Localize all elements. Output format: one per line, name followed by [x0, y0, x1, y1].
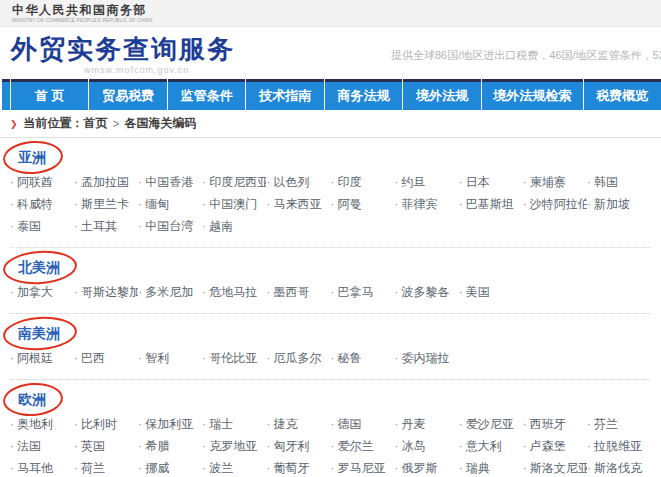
- country-link[interactable]: ·希腊: [138, 436, 202, 457]
- country-link[interactable]: ·斯洛伐克: [587, 458, 651, 477]
- country-label: 挪威: [145, 461, 169, 475]
- country-link[interactable]: ·菲律宾: [395, 194, 459, 215]
- country-label: 法国: [17, 439, 41, 453]
- country-link[interactable]: ·土耳其: [74, 216, 138, 237]
- country-link[interactable]: ·马耳他: [10, 458, 74, 477]
- country-link[interactable]: ·波多黎各: [395, 282, 459, 303]
- bullet-dot-icon: ·: [10, 439, 14, 453]
- country-link[interactable]: ·阿曼: [330, 194, 394, 215]
- nav-tab-8[interactable]: 税费概览: [584, 79, 661, 110]
- bullet-dot-icon: ·: [10, 175, 14, 189]
- country-link[interactable]: ·缅甸: [138, 194, 202, 215]
- country-label: 阿曼: [337, 197, 361, 211]
- country-link[interactable]: ·巴基斯坦: [459, 194, 523, 215]
- country-link[interactable]: ·芬兰: [587, 414, 651, 435]
- country-link[interactable]: ·中国香港: [138, 172, 202, 193]
- country-link[interactable]: ·墨西哥: [266, 282, 330, 303]
- country-label: 中国香港: [145, 175, 193, 189]
- country-link[interactable]: ·爱沙尼亚: [459, 414, 523, 435]
- country-link[interactable]: ·约旦: [395, 172, 459, 193]
- nav-tab-5[interactable]: 商务法规: [325, 79, 402, 110]
- country-link[interactable]: ·泰国: [10, 216, 74, 237]
- country-link[interactable]: ·法国: [10, 436, 74, 457]
- bullet-dot-icon: ·: [74, 417, 78, 431]
- country-link[interactable]: ·危地马拉: [202, 282, 266, 303]
- country-label: 芬兰: [594, 417, 618, 431]
- country-link[interactable]: ·柬埔寨: [523, 172, 587, 193]
- country-link[interactable]: ·拉脱维亚: [587, 436, 651, 457]
- country-link[interactable]: ·克罗地亚: [202, 436, 266, 457]
- country-link[interactable]: ·印度尼西亚: [202, 172, 266, 193]
- country-link[interactable]: ·加拿大: [10, 282, 74, 303]
- country-link[interactable]: ·爱尔兰: [330, 436, 394, 457]
- bullet-dot-icon: ·: [266, 417, 270, 431]
- country-link[interactable]: ·阿联酋: [10, 172, 74, 193]
- country-link[interactable]: ·丹麦: [395, 414, 459, 435]
- country-link[interactable]: ·德国: [330, 414, 394, 435]
- nav-tab-2[interactable]: 贸易税费: [89, 79, 166, 110]
- country-link[interactable]: ·越南: [202, 216, 266, 237]
- country-link[interactable]: ·匈牙利: [266, 436, 330, 457]
- bullet-dot-icon: ·: [202, 417, 206, 431]
- country-link[interactable]: ·中国台湾: [138, 216, 202, 237]
- country-link[interactable]: ·俄罗斯: [395, 458, 459, 477]
- country-link[interactable]: ·多米尼加: [138, 282, 202, 303]
- country-link[interactable]: ·印度: [330, 172, 394, 193]
- country-link[interactable]: ·秘鲁: [330, 348, 394, 369]
- country-link[interactable]: ·孟加拉国: [74, 172, 138, 193]
- country-link[interactable]: ·斯里兰卡: [74, 194, 138, 215]
- nav-tab-3[interactable]: 监管条件: [168, 79, 245, 110]
- country-link[interactable]: ·中国澳门: [202, 194, 266, 215]
- country-link[interactable]: ·日本: [459, 172, 523, 193]
- country-link[interactable]: ·新加坡: [587, 194, 651, 215]
- country-link[interactable]: ·科威特: [10, 194, 74, 215]
- section-title[interactable]: 北美洲: [18, 259, 60, 275]
- country-link[interactable]: ·阿根廷: [10, 348, 74, 369]
- country-link[interactable]: ·韩国: [587, 172, 651, 193]
- country-link[interactable]: ·葡萄牙: [266, 458, 330, 477]
- country-link[interactable]: ·委内瑞拉: [395, 348, 459, 369]
- site-title[interactable]: 外贸实务查询服务: [11, 32, 235, 67]
- section-title[interactable]: 欧洲: [18, 391, 46, 407]
- country-link[interactable]: ·英国: [74, 436, 138, 457]
- country-link[interactable]: ·巴拿马: [330, 282, 394, 303]
- bullet-dot-icon: ·: [395, 197, 399, 211]
- country-link[interactable]: ·捷克: [266, 414, 330, 435]
- country-link[interactable]: ·瑞士: [202, 414, 266, 435]
- country-link[interactable]: ·巴西: [74, 348, 138, 369]
- country-link[interactable]: ·西班牙: [523, 414, 587, 435]
- country-link[interactable]: ·意大利: [459, 436, 523, 457]
- country-link[interactable]: ·瑞典: [459, 458, 523, 477]
- bullet-dot-icon: ·: [523, 197, 527, 211]
- breadcrumb-home-link[interactable]: 首页: [84, 115, 108, 132]
- country-link[interactable]: ·马来西亚: [266, 194, 330, 215]
- country-link[interactable]: ·智利: [138, 348, 202, 369]
- section-title[interactable]: 南美洲: [18, 325, 60, 341]
- country-link[interactable]: ·荷兰: [74, 458, 138, 477]
- country-link[interactable]: ·冰岛: [395, 436, 459, 457]
- nav-tab-4[interactable]: 技术指南: [246, 79, 323, 110]
- country-link[interactable]: ·挪威: [138, 458, 202, 477]
- bullet-dot-icon: ·: [395, 439, 399, 453]
- country-link[interactable]: ·哥伦比亚: [202, 348, 266, 369]
- country-link[interactable]: ·卢森堡: [523, 436, 587, 457]
- nav-tab-1[interactable]: 首 页: [11, 79, 88, 110]
- country-link[interactable]: ·沙特阿拉伯: [523, 194, 587, 215]
- country-link[interactable]: ·哥斯达黎加: [74, 282, 138, 303]
- nav-tab-6[interactable]: 境外法规: [403, 79, 480, 110]
- section-title[interactable]: 亚洲: [18, 149, 46, 165]
- bullet-dot-icon: ·: [523, 439, 527, 453]
- country-link[interactable]: ·厄瓜多尔: [266, 348, 330, 369]
- country-label: 中国澳门: [209, 197, 257, 211]
- country-link[interactable]: ·比利时: [74, 414, 138, 435]
- country-link[interactable]: ·波兰: [202, 458, 266, 477]
- bullet-dot-icon: ·: [202, 351, 206, 365]
- country-label: 阿根廷: [17, 351, 53, 365]
- country-link[interactable]: ·以色列: [266, 172, 330, 193]
- country-link[interactable]: ·保加利亚: [138, 414, 202, 435]
- nav-tab-7[interactable]: 境外法规检索: [482, 79, 583, 110]
- country-link[interactable]: ·奥地利: [10, 414, 74, 435]
- country-link[interactable]: ·罗马尼亚: [330, 458, 394, 477]
- country-link[interactable]: ·斯洛文尼亚: [523, 458, 587, 477]
- country-link[interactable]: ·美国: [459, 282, 523, 303]
